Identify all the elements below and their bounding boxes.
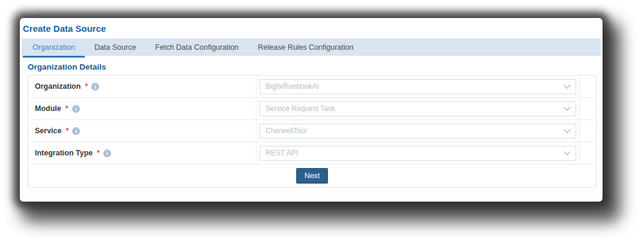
info-icon[interactable]: [103, 149, 111, 157]
label-cell: Module*: [28, 98, 256, 119]
form-row-organization: Organization* BigfixRunbookAI: [28, 76, 596, 98]
organization-select-value: BigfixRunbookAI: [266, 82, 319, 91]
next-button[interactable]: Next: [296, 168, 329, 184]
info-icon[interactable]: [72, 105, 80, 113]
service-select[interactable]: CherwellTool: [260, 124, 576, 139]
create-data-source-window: Create Data Source Organization Data Sou…: [20, 18, 603, 202]
form-row-service: Service* CherwellTool: [28, 120, 596, 142]
module-select[interactable]: Service Request Task: [260, 101, 576, 116]
tab-data-source[interactable]: Data Source: [85, 38, 145, 56]
tab-label: Fetch Data Configuration: [155, 43, 238, 52]
chevron-down-icon: [565, 105, 570, 110]
integration-type-select[interactable]: REST API: [260, 146, 576, 161]
chevron-down-icon: [565, 127, 570, 132]
organization-label: Organization: [35, 82, 80, 91]
required-asterisk: *: [85, 82, 88, 91]
spacer-cell: [579, 76, 596, 97]
tab-organization[interactable]: Organization: [23, 38, 85, 56]
info-icon[interactable]: [72, 127, 80, 135]
control-cell: BigfixRunbookAI: [256, 76, 579, 97]
page-title: Create Data Source: [23, 23, 603, 34]
tab-label: Organization: [32, 43, 75, 52]
control-cell: Service Request Task: [256, 98, 579, 119]
required-asterisk: *: [65, 104, 68, 113]
page-background: Create Data Source Organization Data Sou…: [0, 0, 644, 240]
tab-label: Data Source: [94, 43, 136, 52]
organization-select[interactable]: BigfixRunbookAI: [260, 79, 576, 94]
section-heading: Organization Details: [28, 62, 603, 71]
info-icon[interactable]: [91, 83, 99, 91]
service-label: Service: [35, 127, 61, 135]
spacer-cell: [579, 120, 596, 142]
tab-label: Release Rules Configuration: [258, 43, 353, 52]
required-asterisk: *: [97, 149, 100, 157]
service-select-value: CherwellTool: [266, 127, 307, 135]
module-select-value: Service Request Task: [266, 104, 335, 113]
integration-type-select-value: REST API: [266, 149, 298, 157]
control-cell: CherwellTool: [256, 120, 579, 142]
label-cell: Integration Type*: [28, 142, 256, 164]
label-cell: Organization*: [28, 76, 256, 97]
form-actions-row: Next: [28, 164, 596, 187]
spacer-cell: [579, 142, 596, 164]
chevron-down-icon: [565, 83, 570, 88]
tab-release-rules-configuration[interactable]: Release Rules Configuration: [248, 38, 363, 56]
control-cell: REST API: [256, 142, 579, 164]
spacer-cell: [579, 98, 596, 119]
label-cell: Service*: [28, 120, 256, 142]
form-row-integration-type: Integration Type* REST API: [28, 142, 596, 164]
chevron-down-icon: [565, 149, 570, 154]
integration-type-label: Integration Type: [35, 149, 93, 157]
organization-details-form: Organization* BigfixRunbookAI Module*: [28, 75, 597, 188]
module-label: Module: [35, 104, 61, 113]
tab-bar: Organization Data Source Fetch Data Conf…: [22, 38, 601, 56]
required-asterisk: *: [65, 127, 68, 135]
tab-fetch-data-configuration[interactable]: Fetch Data Configuration: [145, 38, 248, 56]
form-row-module: Module* Service Request Task: [28, 98, 596, 120]
